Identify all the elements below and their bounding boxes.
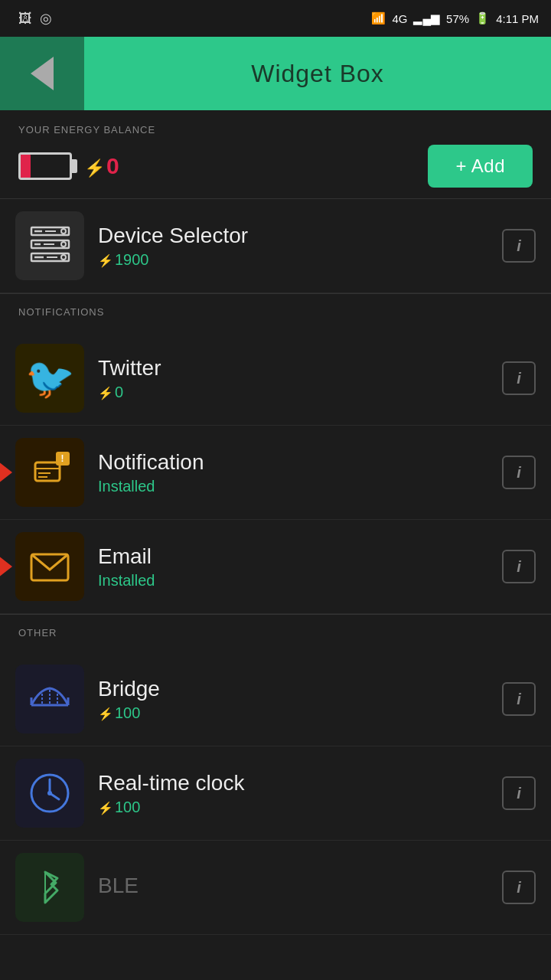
notification-info-button[interactable]: i xyxy=(502,456,536,489)
twitter-widget-item: 🐦 Twitter 0 i xyxy=(0,332,551,426)
email-status: Installed xyxy=(98,572,488,590)
ble-icon-box xyxy=(15,853,84,922)
ble-info-button[interactable]: i xyxy=(502,871,536,904)
energy-value: 0 xyxy=(84,153,119,179)
email-arrow xyxy=(0,550,12,583)
email-info-button[interactable]: i xyxy=(502,550,536,583)
svg-point-7 xyxy=(61,242,66,247)
device-selector-icon xyxy=(25,221,75,271)
email-name: Email xyxy=(98,544,488,569)
clock-icon-box xyxy=(15,759,84,828)
notification-badge: ! xyxy=(56,452,70,466)
notification-info: Notification Installed xyxy=(98,450,488,495)
header: Widget Box xyxy=(0,37,551,110)
email-info: Email Installed xyxy=(98,544,488,590)
back-arrow-icon xyxy=(31,57,54,90)
twitter-icon-box: 🐦 xyxy=(15,344,84,413)
back-button[interactable] xyxy=(0,37,84,110)
wifi-icon: ◎ xyxy=(40,10,52,27)
email-icon xyxy=(27,544,73,590)
signal-icon: 📶 xyxy=(371,11,386,25)
signal-bars: ▂▄▆ xyxy=(413,11,440,25)
device-selector-item: Device Selector 1900 i xyxy=(0,199,551,293)
ble-name: BLE xyxy=(98,874,488,898)
add-button[interactable]: + Add xyxy=(428,145,533,188)
image-icon: 🖼 xyxy=(18,11,32,27)
svg-point-26 xyxy=(47,791,52,795)
battery-display xyxy=(18,152,72,180)
bridge-widget-item: Bridge 100 i xyxy=(0,652,551,746)
clock-icon xyxy=(24,767,76,819)
twitter-info-button[interactable]: i xyxy=(502,361,536,395)
device-selector-info: Device Selector 1900 xyxy=(98,224,488,269)
notification-icon-wrap: ! xyxy=(29,450,71,495)
page-title: Widget Box xyxy=(84,60,551,88)
device-selector-name: Device Selector xyxy=(98,224,488,248)
clock-name: Real-time clock xyxy=(98,771,488,795)
twitter-icon: 🐦 xyxy=(25,355,75,402)
notifications-section-header: NOTIFICATIONS xyxy=(0,293,551,332)
energy-label: YOUR ENERGY BALANCE xyxy=(18,124,533,136)
bridge-icon xyxy=(24,673,76,725)
energy-balance-section: YOUR ENERGY BALANCE 0 + Add xyxy=(0,110,551,199)
notification-widget-item: ! Notification Installed i xyxy=(0,426,551,520)
svg-marker-27 xyxy=(45,872,57,903)
energy-row: 0 + Add xyxy=(18,145,533,188)
device-selector-icon-box xyxy=(15,211,84,280)
content-area: YOUR ENERGY BALANCE 0 + Add xyxy=(0,110,551,980)
twitter-name: Twitter xyxy=(98,356,488,381)
other-label: OTHER xyxy=(18,627,533,639)
arrow-head xyxy=(0,456,12,489)
network-type: 4G xyxy=(392,12,407,25)
notification-status: Installed xyxy=(98,478,488,495)
bridge-cost: 100 xyxy=(98,704,488,722)
ble-info: BLE xyxy=(98,874,488,901)
email-arrow-head xyxy=(0,550,12,583)
bridge-name: Bridge xyxy=(98,677,488,701)
notification-icon-box: ! xyxy=(15,438,84,507)
twitter-cost: 0 xyxy=(98,384,488,401)
status-bar: 🖼 ◎ 📶 4G ▂▄▆ 57% 🔋 4:11 PM xyxy=(0,0,551,37)
clock-widget-item: Real-time clock 100 i xyxy=(0,746,551,841)
battery-icon: 🔋 xyxy=(475,11,490,25)
battery-fill xyxy=(21,155,31,178)
bridge-icon-box xyxy=(15,665,84,733)
device-selector-cost: 1900 xyxy=(98,251,488,269)
email-widget-item: Email Installed i xyxy=(0,520,551,614)
notification-name: Notification xyxy=(98,450,488,475)
battery-percent: 57% xyxy=(446,12,469,25)
notifications-label: NOTIFICATIONS xyxy=(18,306,533,318)
svg-point-3 xyxy=(61,229,66,234)
svg-point-11 xyxy=(61,255,66,260)
device-selector-info-button[interactable]: i xyxy=(502,229,536,263)
email-icon-box xyxy=(15,532,84,601)
clock-info-button[interactable]: i xyxy=(502,776,536,810)
time: 4:11 PM xyxy=(496,12,539,25)
notification-arrow xyxy=(0,456,12,489)
svg-rect-12 xyxy=(35,462,60,481)
other-section-header: OTHER xyxy=(0,614,551,652)
ble-widget-item: BLE i xyxy=(0,841,551,935)
bridge-info-button[interactable]: i xyxy=(502,682,536,716)
bridge-info: Bridge 100 xyxy=(98,677,488,722)
ble-icon xyxy=(24,861,76,913)
twitter-info: Twitter 0 xyxy=(98,356,488,401)
energy-left: 0 xyxy=(18,152,119,180)
clock-info: Real-time clock 100 xyxy=(98,771,488,816)
clock-cost: 100 xyxy=(98,799,488,816)
